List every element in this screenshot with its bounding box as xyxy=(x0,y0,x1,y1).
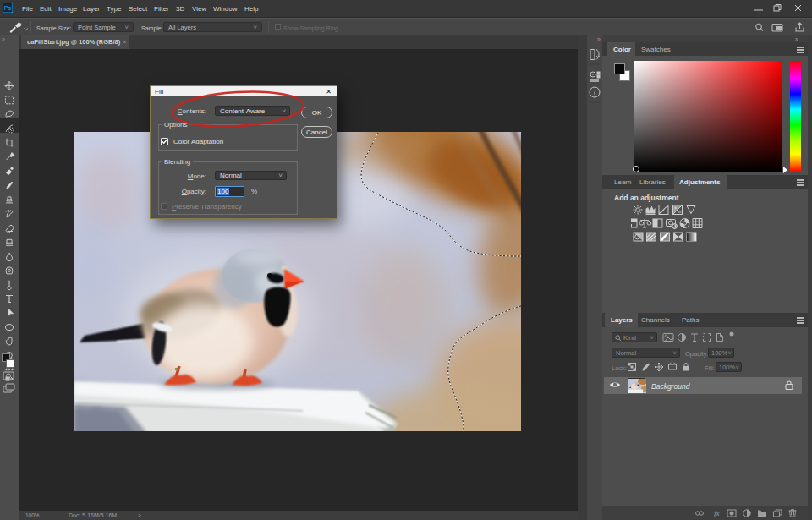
svg-text:Ps: Ps xyxy=(4,5,12,12)
svg-text:fx: fx xyxy=(714,509,720,517)
